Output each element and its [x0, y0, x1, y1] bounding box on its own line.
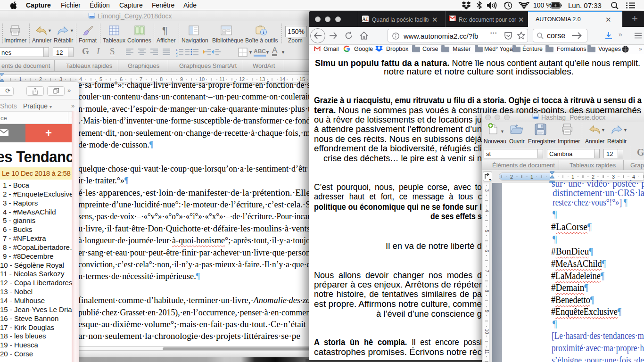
- svg-text:3: 3: [612, 174, 615, 180]
- svg-text:1: 1: [571, 174, 574, 180]
- svg-text:4: 4: [632, 174, 635, 180]
- svg-text:1: 1: [530, 174, 533, 180]
- svg-text:2: 2: [510, 174, 513, 180]
- svg-text:2: 2: [592, 174, 594, 180]
